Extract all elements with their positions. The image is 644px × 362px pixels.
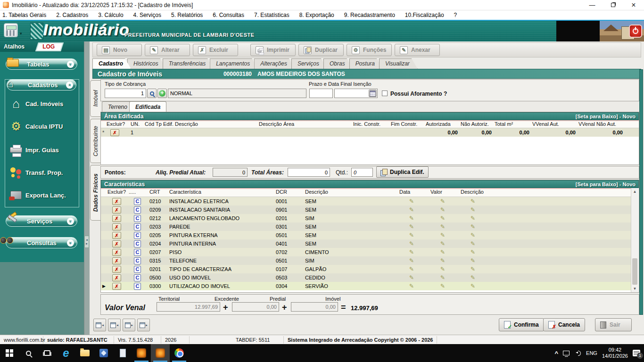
nav-last-button[interactable]: ▸: [137, 319, 150, 331]
chrome-button[interactable]: [170, 344, 189, 362]
cancela-button[interactable]: ✗ Cancela: [543, 318, 585, 331]
data-attachment-icon[interactable]: ✎: [409, 282, 414, 290]
network-icon[interactable]: [563, 351, 570, 355]
valor-attachment-icon[interactable]: ✎: [440, 222, 445, 231]
aliq-predial-input[interactable]: [213, 168, 248, 177]
internet-explorer-button[interactable]: e: [57, 344, 75, 362]
tab-lancamentos[interactable]: Lançamentos: [210, 58, 258, 69]
delete-row-button[interactable]: ✗: [112, 266, 121, 273]
clock[interactable]: 09:42 14/01/2026: [602, 347, 628, 359]
confirma-button[interactable]: ✓ Confirma: [499, 318, 544, 331]
data-attachment-icon[interactable]: ✎: [409, 206, 414, 214]
scroll-down-icon[interactable]: ▼: [633, 286, 637, 292]
chevron-down-icon[interactable]: »: [67, 61, 74, 68]
dropdown-icon[interactable]: ▾: [20, 31, 22, 36]
descricao-attachment-icon[interactable]: ✎: [471, 248, 475, 256]
descricao-attachment-icon[interactable]: ✎: [471, 239, 475, 248]
tab-servicos[interactable]: Serviços: [291, 58, 327, 69]
nav-first-button[interactable]: ◂: [93, 319, 106, 331]
tab-cadastro[interactable]: Cadastro: [92, 58, 131, 69]
lookup-button[interactable]: C: [134, 257, 141, 264]
lookup-button[interactable]: C: [134, 223, 141, 230]
duplicar-button[interactable]: Duplicar: [298, 44, 344, 56]
table-row[interactable]: ✗ C 0210 INSTALACAO ELETRICA 0001 SEM ✎ …: [101, 197, 631, 206]
chevron-down-icon[interactable]: »: [67, 218, 74, 225]
menu-estatisticas[interactable]: 7. Estatísticas: [254, 12, 289, 18]
valor-attachment-icon[interactable]: ✎: [440, 197, 445, 206]
delete-row-button[interactable]: ✗: [112, 240, 121, 247]
fiorilli-app-button[interactable]: [132, 344, 151, 362]
descricao-attachment-icon[interactable]: ✎: [471, 214, 475, 222]
add-button[interactable]: +: [157, 89, 167, 98]
lookup-button[interactable]: C: [134, 240, 141, 247]
menu-tabelas-gerais[interactable]: 1. Tabelas Gerais: [2, 12, 46, 18]
alterar-button[interactable]: ✎Alterar: [145, 44, 190, 56]
tab-obras[interactable]: Obras: [323, 58, 353, 69]
sidebar-item-cad-imoveis[interactable]: ⌂ Cad. Imóveis: [7, 94, 77, 113]
data-attachment-icon[interactable]: ✎: [409, 214, 414, 222]
descricao-attachment-icon[interactable]: ✎: [471, 197, 475, 206]
vertical-scrollbar[interactable]: ▲ ▼: [631, 189, 638, 292]
prazo-input[interactable]: [309, 89, 333, 98]
tab-alteracoes[interactable]: Alterações: [254, 58, 295, 69]
data-attachment-icon[interactable]: ✎: [409, 222, 414, 231]
table-row[interactable]: ✗ C 0201 TIPO DE CARACTERIZAA 0107 GALPÃ…: [101, 265, 631, 273]
table-row-selected[interactable]: ▶ ✗ C 0300 UTILIZACAO DO IMOVEL 0304 SER…: [101, 282, 631, 290]
funcoes-button[interactable]: ⚙Funções: [347, 44, 392, 56]
excluir-button[interactable]: ✗Excluir: [193, 44, 238, 56]
lookup-button[interactable]: C: [134, 283, 141, 290]
tab-historicos[interactable]: Históricos: [127, 58, 166, 69]
menu-consultas[interactable]: 6. Consultas: [213, 12, 244, 18]
chevron-down-icon[interactable]: »: [67, 239, 74, 247]
area-edificada-row[interactable]: * ✗ 1 0,00 0,00 0,00 0,00 0,00: [101, 128, 639, 137]
menu-fiscalizacao[interactable]: 10.Fiscalização: [405, 12, 444, 18]
total-areas-input[interactable]: [288, 168, 330, 177]
lookup-button[interactable]: C: [134, 232, 141, 239]
valor-attachment-icon[interactable]: ✎: [440, 214, 445, 222]
menu-recadastramento[interactable]: 9. Recadastramento: [344, 12, 395, 18]
data-attachment-icon[interactable]: ✎: [409, 265, 414, 273]
log-badge[interactable]: LOG: [35, 42, 64, 51]
calculator-icon[interactable]: [4, 23, 18, 37]
sidebar-item-impr-guias[interactable]: Impr. Guias: [7, 140, 77, 159]
tab-postura[interactable]: Postura: [349, 58, 383, 69]
file-explorer-button[interactable]: [75, 344, 94, 362]
anexar-button[interactable]: ✎Anexar: [395, 44, 440, 56]
menu-servicos[interactable]: 4. Serviços: [133, 12, 161, 18]
search-button[interactable]: [147, 89, 157, 98]
maximize-button[interactable]: [603, 0, 623, 10]
vtab-contribuinte[interactable]: Contribuinte: [90, 119, 100, 163]
data-attachment-icon[interactable]: ✎: [409, 197, 414, 206]
duplica-edif-button[interactable]: Duplica Edif.: [376, 166, 429, 178]
lookup-button[interactable]: C: [134, 274, 141, 281]
tipo-cobranca-desc-field[interactable]: [168, 89, 306, 98]
exit-power-button[interactable]: [629, 25, 642, 38]
valor-attachment-icon[interactable]: ✎: [440, 265, 445, 273]
valor-attachment-icon[interactable]: ✎: [440, 273, 445, 282]
delete-row-button[interactable]: ✗: [110, 129, 119, 136]
delete-row-button[interactable]: ✗: [112, 283, 121, 290]
subtab-terreno[interactable]: Terreno: [102, 101, 133, 112]
subtab-edificada[interactable]: Edificada: [129, 101, 166, 112]
descricao-attachment-icon[interactable]: ✎: [471, 231, 475, 239]
descricao-attachment-icon[interactable]: ✎: [471, 222, 475, 231]
menu-calculo[interactable]: 3. Cálculo: [98, 12, 123, 18]
delete-row-button[interactable]: ✗: [112, 274, 121, 281]
lookup-button[interactable]: C: [134, 249, 141, 256]
tab-visualizar[interactable]: Visualizar: [379, 58, 418, 69]
nav-next-button[interactable]: ▸: [123, 319, 135, 331]
splitter-arrows[interactable]: ◂▸: [84, 236, 89, 248]
table-row[interactable]: ✗ C 0203 PAREDE 0301 SEM ✎ ✎ ✎: [101, 222, 631, 231]
qtd-input[interactable]: [351, 168, 373, 177]
descricao-attachment-icon[interactable]: ✎: [471, 256, 475, 265]
delete-row-button[interactable]: ✗: [112, 223, 121, 230]
tab-transferencias[interactable]: Transferências: [163, 58, 214, 69]
table-row[interactable]: ✗ C 0209 INSTALACAO SANITARIA 0901 SEM ✎…: [101, 206, 631, 214]
lookup-button[interactable]: C: [134, 198, 141, 205]
speaker-icon[interactable]: [574, 350, 581, 356]
vtab-dados-fisicos[interactable]: Dados Físicos: [90, 165, 100, 221]
notification-icon[interactable]: 1: [633, 350, 640, 356]
aforamento-checkbox[interactable]: [382, 90, 388, 96]
descricao-attachment-icon[interactable]: ✎: [471, 206, 475, 214]
table-row[interactable]: ✗ C 0500 USO DO IMOVEL 0503 CEDIDO ✎ ✎ ✎: [101, 273, 631, 282]
